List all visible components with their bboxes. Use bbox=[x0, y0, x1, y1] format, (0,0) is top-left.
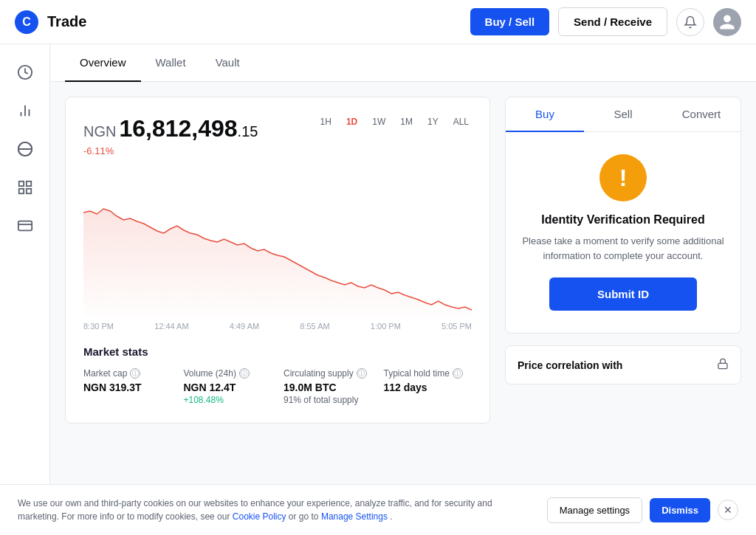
alert-symbol: ! bbox=[619, 166, 628, 190]
bsc-tab-convert[interactable]: Convert bbox=[662, 97, 740, 132]
cookie-banner: We use our own and third-party cookies o… bbox=[0, 484, 756, 535]
markets-icon bbox=[17, 141, 33, 157]
submit-id-button[interactable]: Submit ID bbox=[549, 277, 697, 311]
time-btn-1w[interactable]: 1W bbox=[369, 115, 388, 128]
header-right: Buy / Sell Send / Receive bbox=[470, 7, 741, 36]
svg-rect-9 bbox=[18, 221, 31, 231]
sidebar bbox=[0, 44, 50, 535]
manage-settings-link[interactable]: Manage Settings bbox=[321, 511, 388, 522]
chart-bar-icon bbox=[17, 103, 33, 119]
close-x-icon: ✕ bbox=[724, 504, 732, 516]
time-btn-1m[interactable]: 1M bbox=[397, 115, 416, 128]
transactions-icon bbox=[17, 218, 33, 234]
cookie-policy-link[interactable]: Cookie Policy bbox=[233, 511, 286, 522]
verification-title: Identity Verification Required bbox=[520, 213, 726, 227]
chart-card: NGN16,812,498.15 -6.11% 1H 1D 1W 1M 1Y A… bbox=[65, 97, 490, 424]
supply-info-icon[interactable]: ⓘ bbox=[357, 368, 367, 379]
hold-time-info-icon[interactable]: ⓘ bbox=[453, 368, 463, 379]
alert-icon: ! bbox=[599, 154, 647, 201]
sidebar-item-transactions[interactable] bbox=[9, 210, 41, 242]
market-stats: Market stats Market cap ⓘ NGN 319.3T Vol… bbox=[83, 345, 472, 405]
sidebar-item-markets[interactable] bbox=[9, 133, 41, 165]
svg-rect-7 bbox=[18, 189, 23, 193]
stat-hold-time: Typical hold time ⓘ 112 days bbox=[384, 368, 472, 405]
tab-vault[interactable]: Vault bbox=[201, 44, 255, 82]
time-btn-1h[interactable]: 1H bbox=[317, 115, 334, 128]
price-correlation-title: Price correlation with bbox=[518, 359, 622, 371]
bsc-card: Buy Sell Convert ! Identity Verification… bbox=[505, 97, 741, 334]
market-stats-title: Market stats bbox=[83, 345, 472, 358]
cookie-text: We use our own and third-party cookies o… bbox=[18, 497, 532, 523]
price-display: NGN16,812,498.15 bbox=[83, 115, 258, 142]
verification-description: Please take a moment to verify some addi… bbox=[520, 234, 726, 263]
dismiss-button[interactable]: Dismiss bbox=[650, 498, 710, 522]
tab-overview[interactable]: Overview bbox=[65, 44, 141, 82]
svg-rect-6 bbox=[26, 182, 30, 186]
time-btn-all[interactable]: ALL bbox=[450, 115, 472, 128]
send-receive-button[interactable]: Send / Receive bbox=[558, 7, 667, 36]
bell-icon bbox=[684, 15, 697, 29]
volume-info-icon[interactable]: ⓘ bbox=[239, 368, 250, 379]
bsc-body: ! Identity Verification Required Please … bbox=[506, 132, 740, 333]
svg-rect-5 bbox=[18, 182, 23, 186]
price-correlation-card: Price correlation with bbox=[505, 345, 741, 384]
sidebar-item-home[interactable] bbox=[9, 56, 41, 89]
bsc-tab-buy[interactable]: Buy bbox=[506, 97, 584, 132]
svg-rect-8 bbox=[26, 189, 30, 193]
price-change: -6.11% bbox=[83, 145, 258, 156]
market-cap-info-icon[interactable]: ⓘ bbox=[130, 368, 140, 379]
stat-market-cap: Market cap ⓘ NGN 319.3T bbox=[83, 368, 172, 405]
chart-x-labels: 8:30 PM 12:44 AM 4:49 AM 8:55 AM 1:00 PM… bbox=[83, 322, 472, 331]
home-icon bbox=[17, 64, 33, 80]
manage-settings-button[interactable]: Manage settings bbox=[547, 497, 642, 523]
header: C Trade Buy / Sell Send / Receive bbox=[0, 0, 756, 44]
bsc-tabs: Buy Sell Convert bbox=[506, 97, 740, 132]
bsc-tab-sell[interactable]: Sell bbox=[584, 97, 662, 132]
buy-sell-button[interactable]: Buy / Sell bbox=[470, 8, 550, 35]
close-cookie-button[interactable]: ✕ bbox=[718, 500, 738, 520]
price-chart bbox=[83, 168, 472, 316]
time-btn-1d[interactable]: 1D bbox=[343, 115, 360, 128]
stat-circulating-supply: Circulating supply ⓘ 19.0M BTC 91% of to… bbox=[284, 368, 372, 405]
content-grid: NGN16,812,498.15 -6.11% 1H 1D 1W 1M 1Y A… bbox=[65, 97, 741, 424]
main-tabs: Overview Wallet Vault bbox=[50, 44, 756, 82]
time-btn-1y[interactable]: 1Y bbox=[425, 115, 441, 128]
avatar[interactable] bbox=[713, 8, 741, 36]
right-panel: Buy Sell Convert ! Identity Verification… bbox=[505, 97, 741, 424]
portfolio-icon bbox=[17, 179, 33, 196]
stats-grid: Market cap ⓘ NGN 319.3T Volume (24h) ⓘ N… bbox=[83, 368, 472, 405]
tab-wallet[interactable]: Wallet bbox=[141, 44, 201, 82]
page-title: Trade bbox=[47, 13, 86, 30]
main-content: Overview Wallet Vault NGN16,812,498.15 -… bbox=[50, 44, 756, 535]
header-left: C Trade bbox=[15, 10, 86, 34]
notification-button[interactable] bbox=[676, 8, 704, 36]
coinbase-logo[interactable]: C bbox=[15, 10, 38, 34]
user-avatar-icon bbox=[718, 13, 736, 31]
currency-prefix: NGN bbox=[83, 123, 116, 139]
cookie-actions: Manage settings Dismiss ✕ bbox=[547, 497, 738, 523]
lock-icon bbox=[717, 358, 729, 372]
time-filter-group: 1H 1D 1W 1M 1Y ALL bbox=[317, 115, 472, 128]
svg-rect-14 bbox=[718, 363, 727, 368]
sidebar-item-chart[interactable] bbox=[9, 94, 41, 127]
stat-volume: Volume (24h) ⓘ NGN 12.4T +108.48% bbox=[184, 368, 272, 405]
sidebar-item-portfolio[interactable] bbox=[9, 171, 41, 204]
